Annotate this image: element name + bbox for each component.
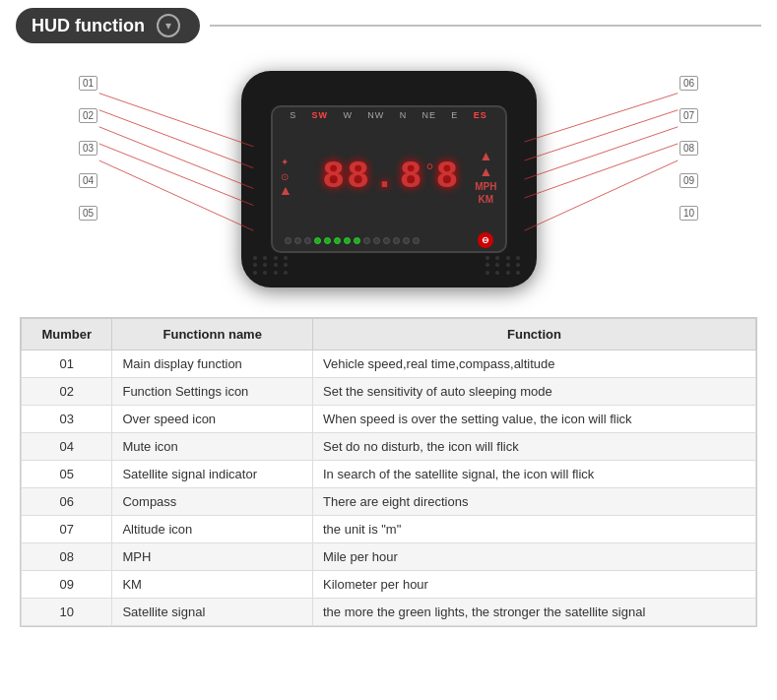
col-header-number: Mumber — [22, 319, 112, 350]
cell-number: 06 — [22, 488, 112, 516]
cell-function: the more the green lights, the stronger … — [312, 599, 755, 626]
cell-number: 04 — [22, 433, 112, 461]
table-row: 04 Mute icon Set do no disturb, the icon… — [22, 433, 756, 461]
cell-name: Function Settings icon — [112, 378, 313, 406]
svg-line-4 — [99, 160, 254, 230]
svg-line-0 — [99, 94, 254, 147]
table-header-row: Mumber Functionn name Function — [22, 319, 756, 350]
cell-number: 05 — [22, 461, 112, 488]
table-row: 09 KM Kilometer per hour — [22, 571, 756, 599]
cell-name: Mute icon — [112, 433, 313, 461]
hud-title: HUD function — [32, 16, 145, 36]
cell-function: Mile per hour — [312, 543, 755, 571]
table-row: 06 Compass There are eight directions — [22, 488, 756, 516]
cell-number: 09 — [22, 571, 112, 599]
cell-function: the unit is "m" — [312, 516, 755, 543]
table-row: 08 MPH Mile per hour — [22, 543, 756, 571]
cell-function: In search of the satellite signal, the i… — [312, 461, 755, 488]
chevron-down-icon[interactable]: ▾ — [157, 14, 180, 37]
svg-line-2 — [99, 127, 254, 189]
cell-name: Compass — [112, 488, 313, 516]
cell-function: There are eight directions — [312, 488, 755, 516]
table-row: 10 Satellite signal the more the green l… — [22, 599, 756, 626]
cell-name: Main display function — [112, 350, 313, 378]
col-header-name: Functionn name — [112, 319, 313, 350]
table-row: 07 Altitude icon the unit is "m" — [22, 516, 756, 543]
cell-number: 10 — [22, 599, 112, 626]
cell-number: 03 — [22, 406, 112, 433]
cell-name: Satellite signal indicator — [112, 461, 313, 488]
table-row: 03 Over speed icon When speed is over th… — [22, 406, 756, 433]
table-row: 01 Main display function Vehicle speed,r… — [22, 350, 756, 378]
cell-name: Satellite signal — [112, 599, 313, 626]
cell-function: When speed is over the setting value, th… — [312, 406, 755, 433]
cell-number: 02 — [22, 378, 112, 406]
callout-lines — [20, 51, 757, 307]
svg-line-1 — [99, 110, 254, 168]
table-row: 02 Function Settings icon Set the sensit… — [22, 378, 756, 406]
header: HUD function ▾ — [0, 0, 777, 51]
cell-name: MPH — [112, 543, 313, 571]
cell-name: Over speed icon — [112, 406, 313, 433]
cell-function: Set do no disturb, the icon will flick — [312, 433, 755, 461]
cell-name: Altitude icon — [112, 516, 313, 543]
cell-number: 08 — [22, 543, 112, 571]
cell-function: Vehicle speed,real time,compass,altitude — [312, 350, 755, 378]
cell-number: 07 — [22, 516, 112, 543]
header-line — [210, 25, 761, 27]
table-row: 05 Satellite signal indicator In search … — [22, 461, 756, 488]
cell-function: Kilometer per hour — [312, 571, 755, 599]
cell-name: KM — [112, 571, 313, 599]
svg-line-3 — [99, 144, 254, 206]
cell-number: 01 — [22, 350, 112, 378]
function-table: Mumber Functionn name Function 01 Main d… — [20, 317, 757, 627]
device-area: 01 02 03 04 05 06 07 08 09 10 S SW W NW … — [20, 51, 757, 307]
col-header-function: Function — [312, 319, 755, 350]
hud-title-box: HUD function ▾ — [16, 8, 200, 43]
cell-function: Set the sensitivity of auto sleeping mod… — [312, 378, 755, 406]
